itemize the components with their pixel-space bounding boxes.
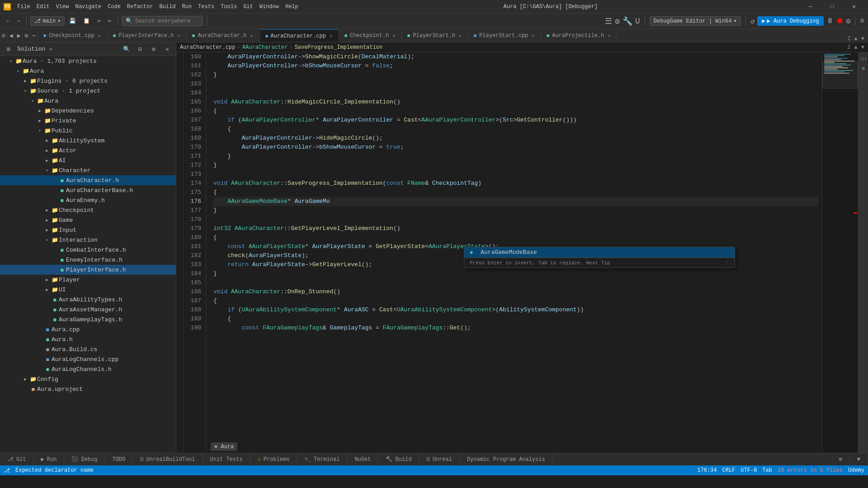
tree-actor[interactable]: ▶ 📁 Actor: [0, 145, 176, 155]
search-everywhere-box[interactable]: 🔍 Search everywhere: [122, 16, 203, 26]
sidebar-search-button[interactable]: 🔍: [122, 44, 132, 54]
branch-selector[interactable]: ⎇ main ▾: [30, 16, 65, 26]
tree-input[interactable]: ▶ 📁 Input: [0, 225, 176, 235]
tree-enemy-interface[interactable]: ◼ EnemyInterface.h: [0, 255, 176, 265]
close-tab-4[interactable]: ✕: [329, 33, 333, 39]
tree-aura-asset-manager[interactable]: ◼ AuraAssetManager.h: [0, 305, 176, 314]
scroll-down[interactable]: ▼: [861, 44, 864, 51]
pause-button[interactable]: ⏸: [826, 17, 834, 25]
menu-help[interactable]: Help: [283, 2, 301, 12]
bottom-tab-unreal-build[interactable]: U UnrealBuildTool: [133, 453, 203, 466]
tab-bar-nav-1[interactable]: ◀: [8, 29, 15, 42]
tree-plugins[interactable]: ▶ 📁 Plugins · 6 projects: [0, 76, 176, 86]
toolbar-icon-5[interactable]: ☰: [605, 16, 612, 26]
tree-player[interactable]: ▶ 📁 Player: [0, 275, 176, 285]
tab-checkpoint-cpp[interactable]: Checkpoint.cpp ✕: [38, 29, 108, 42]
autocomplete-item-0[interactable]: ◆ AuraGameModeBase: [464, 247, 735, 258]
tab-playerstart-h[interactable]: PlayerStart.h ✕: [402, 29, 468, 42]
menu-git[interactable]: Git: [241, 2, 256, 12]
tree-source[interactable]: ▾ 📁 Source · 1 project: [0, 86, 176, 96]
close-tab-3[interactable]: ✕: [249, 33, 254, 39]
menu-tests[interactable]: Tests: [195, 2, 217, 12]
forward-button[interactable]: →: [14, 15, 23, 27]
close-button[interactable]: ✕: [844, 0, 864, 14]
tree-combat-interface[interactable]: ◼ CombatInterface.h: [0, 245, 176, 255]
tree-ui[interactable]: ▶ 📁 UI: [0, 285, 176, 295]
tab-bar-nav-2[interactable]: ▶: [15, 29, 23, 42]
tree-public[interactable]: ▾ 📁 Public: [0, 126, 176, 136]
debug-play-button[interactable]: ▶ ▶ Aura Debugging: [757, 16, 823, 26]
bottom-tab-unreal[interactable]: U Unreal: [419, 453, 459, 466]
scroll-down-icon[interactable]: ▼: [861, 36, 864, 42]
tree-aura-ability-types[interactable]: ◼ AuraAbilityTypes.h: [0, 295, 176, 305]
menu-file[interactable]: File: [14, 2, 33, 12]
tree-interaction[interactable]: ▾ 📁 Interaction: [0, 235, 176, 245]
close-tab-2[interactable]: ✕: [176, 33, 181, 39]
tab-bar-nav-3[interactable]: ⚙: [23, 29, 30, 42]
tree-aura-log-cpp[interactable]: ◼ AuraLogChannels.cpp: [0, 354, 176, 364]
tree-game[interactable]: ▶ 📁 Game: [0, 215, 176, 225]
tree-private[interactable]: ▶ 📁 Private: [0, 116, 176, 126]
minimap[interactable]: [822, 52, 858, 453]
tree-aura-character-base-h[interactable]: ◼ AuraCharacterBase.h: [0, 185, 176, 195]
tab-playerstart-cpp[interactable]: PlayerStart.cpp ✕: [468, 29, 541, 42]
close-tab-6[interactable]: ✕: [458, 33, 462, 39]
ac-more-icon[interactable]: ⋮: [724, 260, 729, 266]
tree-dependencies[interactable]: ▶ 📁 Dependencies: [0, 106, 176, 116]
toolbar-icon-6[interactable]: ⚙: [615, 16, 620, 26]
tab-auraprojectile-h[interactable]: AuraProjectile.h ✕: [541, 29, 617, 42]
bottom-tab-git[interactable]: ⎇ Git: [0, 453, 34, 466]
tree-aura-project[interactable]: ▾ 📁 Aura · 1,703 projects: [0, 56, 176, 66]
tree-checkpoint[interactable]: ▶ 📁 Checkpoint: [0, 205, 176, 215]
tree-player-interface[interactable]: ◼ PlayerInterface.h: [0, 265, 176, 275]
bottom-tab-terminal[interactable]: >_ Terminal: [297, 453, 347, 466]
debug-config-selector[interactable]: DebugGame Editor | Win64 ▾: [650, 16, 741, 26]
bottom-tab-run[interactable]: ▶ Run: [34, 453, 65, 466]
bottom-tab-collapse[interactable]: ▼: [850, 453, 868, 466]
tree-ai[interactable]: ▶ 📁 AI: [0, 155, 176, 165]
scroll-up-icon[interactable]: ▲: [854, 36, 858, 42]
menu-navigate[interactable]: Navigate: [72, 2, 104, 12]
toolbar-btn-3[interactable]: ↩: [94, 15, 103, 27]
right-icon-1[interactable]: |||: [859, 54, 868, 62]
sidebar-settings-button[interactable]: ⚙: [149, 44, 159, 54]
menu-run[interactable]: Run: [179, 2, 194, 12]
bottom-tab-settings[interactable]: ⚙: [832, 453, 850, 466]
toolbar-icon-7[interactable]: 🔧: [623, 16, 632, 26]
bottom-tab-problems[interactable]: ⚠ Problems: [250, 453, 297, 466]
toolbar-btn-4[interactable]: ↪: [105, 15, 114, 27]
tree-aura-build[interactable]: ◼ Aura.Build.cs: [0, 344, 176, 354]
bottom-tab-debug[interactable]: ⬛ Debug: [64, 453, 105, 466]
tab-bar-nav-4[interactable]: ⋯: [30, 29, 38, 42]
tree-aura-enemy-h[interactable]: ◼ AuraEnemy.h: [0, 195, 176, 205]
menu-build[interactable]: Build: [156, 2, 178, 12]
unreal-icon[interactable]: U: [635, 17, 640, 26]
tree-aura-gameplay-tags[interactable]: ◼ AuraGameplayTags.h: [0, 314, 176, 324]
back-button[interactable]: ←: [4, 15, 12, 27]
tab-auracharacter-cpp[interactable]: AuraCharacter.cpp ✕: [260, 29, 339, 42]
menu-edit[interactable]: Edit: [34, 2, 52, 12]
toolbar-btn-2[interactable]: 📋: [80, 15, 93, 27]
scroll-up[interactable]: ▲: [854, 44, 858, 51]
editor-scroll[interactable]: 160 161 162 163 164 165 166 167 168 169 …: [184, 52, 822, 453]
sidebar-toggle[interactable]: ⊡: [0, 29, 8, 42]
tab-auracharacter-h[interactable]: AuraCharacter.h ✕: [187, 29, 259, 42]
tree-aura-h[interactable]: ◼ Aura.h: [0, 334, 176, 344]
solution-explorer-icon[interactable]: ⊞: [4, 44, 14, 54]
tab-playerinterface-h[interactable]: PlayerInterface.h ✕: [108, 29, 187, 42]
bottom-tab-build[interactable]: 🔨 Build: [378, 453, 419, 466]
toolbar-icon-9[interactable]: ⚙: [846, 17, 851, 26]
tree-aura-folder[interactable]: ▾ 📁 Aura: [0, 66, 176, 76]
close-tab-7[interactable]: ✕: [531, 33, 535, 39]
tree-config[interactable]: ▶ 📁 Config: [0, 374, 176, 384]
tree-aura-src[interactable]: ▾ 📁 Aura: [0, 96, 176, 106]
tree-aura-cpp[interactable]: ◼ Aura.cpp: [0, 324, 176, 334]
toolbar-btn-1[interactable]: 💾: [66, 15, 79, 27]
menu-tools[interactable]: Tools: [218, 2, 240, 12]
bottom-tab-dpa[interactable]: Dynamic Program Analysis: [460, 453, 553, 466]
close-tab-8[interactable]: ✕: [607, 33, 611, 39]
maximize-button[interactable]: □: [822, 0, 843, 14]
close-tab-1[interactable]: ✕: [97, 33, 102, 39]
menu-refactor[interactable]: Refactor: [124, 2, 156, 12]
bottom-tab-todo[interactable]: TODO: [105, 453, 133, 466]
